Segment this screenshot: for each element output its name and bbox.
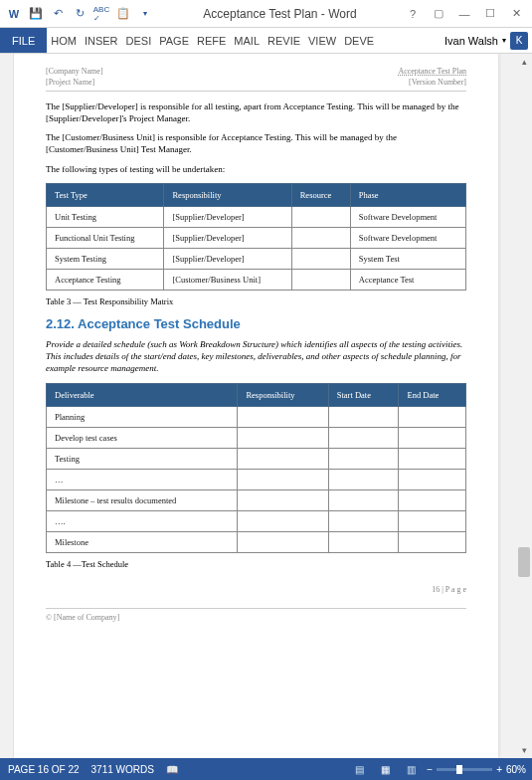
qat-customize-icon[interactable]: ▾ <box>137 6 153 22</box>
table-cell <box>328 489 399 510</box>
close-icon[interactable]: ✕ <box>504 4 528 24</box>
tab-page[interactable]: PAGE <box>155 28 193 53</box>
tab-revie[interactable]: REVIE <box>264 28 304 53</box>
table-cell <box>328 448 399 469</box>
window-controls: ? ▢ — ☐ ✕ <box>401 4 532 24</box>
ribbon-display-icon[interactable]: ▢ <box>427 4 450 24</box>
minimize-icon[interactable]: — <box>452 4 476 24</box>
table-header: Deliverable <box>47 383 238 406</box>
page-container: [Company Name] Acceptance Test Plan [Pro… <box>14 54 516 758</box>
table-row: Acceptance Testing[Customer/Business Uni… <box>47 270 466 291</box>
table-test-schedule: DeliverableResponsibilityStart DateEnd D… <box>46 383 466 553</box>
table-cell: Functional Unit Testing <box>47 228 164 249</box>
zoom-in-button[interactable]: + <box>496 764 502 775</box>
table-row: … <box>47 469 466 489</box>
status-bar: PAGE 16 OF 22 3711 WORDS 📖 ▤ ▦ ▥ − + 60% <box>0 758 532 780</box>
zoom-control: − + 60% <box>427 764 526 775</box>
redo-icon[interactable]: ↻ <box>72 6 88 22</box>
table-cell: Testing <box>47 448 238 469</box>
table-responsibility-matrix: Test TypeResponsibilityResourcePhase Uni… <box>46 183 466 291</box>
zoom-thumb[interactable] <box>456 765 462 774</box>
table-cell: Acceptance Testing <box>47 270 164 291</box>
web-layout-icon[interactable]: ▥ <box>401 761 421 777</box>
document-page[interactable]: [Company Name] Acceptance Test Plan [Pro… <box>14 54 498 758</box>
tab-inser[interactable]: INSER <box>81 28 122 53</box>
scroll-track[interactable] <box>516 70 532 742</box>
table-row: Unit Testing[Supplier/Developer]Software… <box>47 207 466 228</box>
table-cell <box>399 406 466 427</box>
header-company: [Company Name] <box>46 66 103 76</box>
table-cell <box>328 427 399 448</box>
table-cell: …. <box>47 510 238 531</box>
table-cell: [Customer/Business Unit] <box>164 270 291 291</box>
tab-view[interactable]: VIEW <box>304 28 340 53</box>
table-cell <box>399 531 466 552</box>
print-layout-icon[interactable]: ▦ <box>375 761 395 777</box>
table-cell <box>238 427 328 448</box>
scroll-thumb[interactable] <box>518 547 530 577</box>
table-header: Resource <box>291 184 350 207</box>
zoom-level[interactable]: 60% <box>506 764 526 775</box>
paragraph-1: The [Supplier/Developer] is responsible … <box>46 101 466 124</box>
document-area: [Company Name] Acceptance Test Plan [Pro… <box>0 54 532 758</box>
table-cell <box>328 406 399 427</box>
tab-mail[interactable]: MAIL <box>230 28 264 53</box>
page-header-row2: [Project Name] [Version Number] <box>46 78 466 92</box>
table-cell <box>399 510 466 531</box>
vertical-scrollbar[interactable]: ▴ ▾ <box>516 54 532 758</box>
vertical-ruler[interactable] <box>0 54 14 758</box>
page-header-row1: [Company Name] Acceptance Test Plan <box>46 66 466 76</box>
scroll-down-icon[interactable]: ▾ <box>516 742 532 758</box>
table-cell <box>291 228 350 249</box>
table-cell <box>328 469 399 489</box>
scroll-up-icon[interactable]: ▴ <box>516 54 532 70</box>
table-header: Phase <box>350 184 465 207</box>
table-cell <box>291 249 350 270</box>
tab-deve[interactable]: DEVE <box>340 28 378 53</box>
spellcheck-icon[interactable]: ABC✓ <box>93 6 109 22</box>
title-bar: W 💾 ↶ ↻ ABC✓ 📋 ▾ Acceptance Test Plan - … <box>0 0 532 28</box>
table-cell: Acceptance Test <box>350 270 465 291</box>
table-cell <box>399 469 466 489</box>
page-number: 16 | P a g e <box>46 579 466 594</box>
status-words[interactable]: 3711 WORDS <box>91 764 154 775</box>
table-cell <box>238 406 328 427</box>
file-tab[interactable]: FILE <box>0 28 47 53</box>
table-cell <box>328 531 399 552</box>
window-title: Acceptance Test Plan - Word <box>159 7 401 21</box>
user-badge[interactable]: K <box>510 32 528 50</box>
user-area[interactable]: Ivan Walsh ▾ K <box>444 28 532 53</box>
zoom-slider[interactable] <box>437 768 492 771</box>
read-mode-icon[interactable]: ▤ <box>349 761 369 777</box>
table-row: Planning <box>47 406 466 427</box>
zoom-out-button[interactable]: − <box>427 764 433 775</box>
chevron-down-icon: ▾ <box>502 36 506 45</box>
table-header: End Date <box>399 383 466 406</box>
table-header: Responsibility <box>238 383 328 406</box>
table-cell: [Supplier/Developer] <box>164 249 291 270</box>
table-cell: [Supplier/Developer] <box>164 228 291 249</box>
table-cell: System Test <box>350 249 465 270</box>
header-version: [Version Number] <box>409 78 466 87</box>
status-page[interactable]: PAGE 16 OF 22 <box>8 764 80 775</box>
table-cell <box>399 448 466 469</box>
help-icon[interactable]: ? <box>401 4 425 24</box>
table-cell: Milestone <box>47 531 238 552</box>
table-cell <box>238 510 328 531</box>
tab-desi[interactable]: DESI <box>122 28 156 53</box>
table-cell <box>399 427 466 448</box>
table1-caption: Table 3 — Test Responsibility Matrix <box>46 296 466 306</box>
table-header: Start Date <box>328 383 399 406</box>
tab-hom[interactable]: HOM <box>47 28 81 53</box>
undo-icon[interactable]: ↶ <box>50 6 66 22</box>
status-proofing-icon[interactable]: 📖 <box>166 764 178 775</box>
paste-icon[interactable]: 📋 <box>115 6 131 22</box>
tab-refe[interactable]: REFE <box>193 28 230 53</box>
copyright: © [Name of Company] <box>46 608 466 622</box>
table-cell: Develop test cases <box>47 427 238 448</box>
table-row: Testing <box>47 448 466 469</box>
table-cell <box>238 469 328 489</box>
word-app-icon[interactable]: W <box>6 6 22 22</box>
save-icon[interactable]: 💾 <box>28 6 44 22</box>
maximize-icon[interactable]: ☐ <box>478 4 502 24</box>
